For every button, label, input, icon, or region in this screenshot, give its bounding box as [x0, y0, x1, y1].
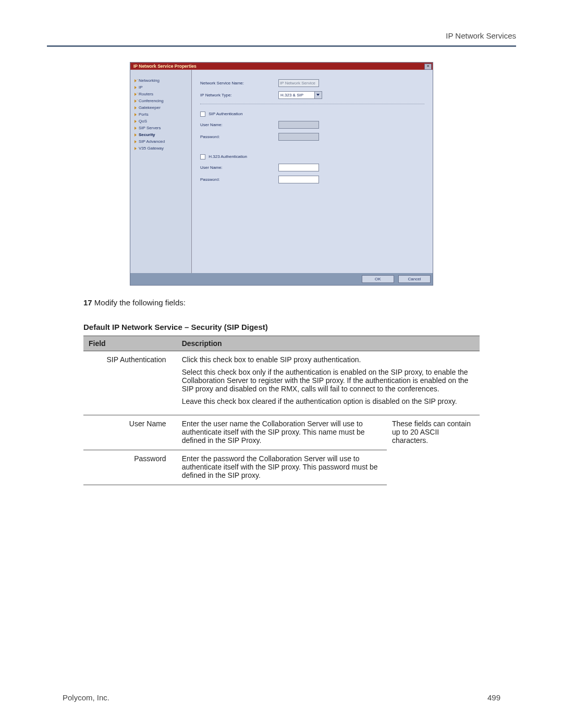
sidebar-item-qos[interactable]: QoS: [134, 118, 189, 125]
sidebar-item-conferencing[interactable]: Conferencing: [134, 97, 189, 104]
table-header-description: Description: [177, 336, 480, 351]
network-service-name-field: [278, 79, 319, 87]
sidebar-item-label: QoS: [139, 119, 147, 124]
footer-company: Polycom, Inc.: [63, 693, 109, 702]
dialog-titlebar: IP Network Service Properties ×: [130, 63, 433, 70]
network-service-name-label: Network Service Name:: [200, 81, 278, 85]
sidebar-item-security[interactable]: Security: [134, 131, 189, 138]
field-name: Password: [83, 450, 177, 485]
sip-authentication-label: SIP Authentication: [209, 112, 242, 116]
sidebar-item-ip[interactable]: IP: [134, 84, 189, 91]
sidebar-item-sip-advanced[interactable]: SIP Advanced: [134, 138, 189, 145]
dialog-button-bar: OK Cancel: [130, 273, 433, 285]
field-description: Enter the user name the Collaboration Se…: [177, 415, 387, 450]
sip-password-field: [278, 133, 319, 141]
dialog-sidebar: Networking IP Routers Conferencing Gatek…: [130, 70, 192, 273]
close-icon[interactable]: ×: [424, 64, 432, 70]
sidebar-item-routers[interactable]: Routers: [134, 91, 189, 97]
sidebar-item-ports[interactable]: Ports: [134, 111, 189, 118]
page-footer: Polycom, Inc. 499: [63, 693, 500, 702]
sip-authentication-checkbox[interactable]: [200, 112, 205, 117]
field-description-table: Field Description SIP Authentication Cli…: [83, 336, 480, 485]
h323-password-label: Password:: [200, 177, 278, 182]
dialog-title: IP Network Service Properties: [133, 64, 197, 69]
h323-username-label: User Name:: [200, 165, 278, 170]
field-description: Click this check box to enable SIP proxy…: [177, 351, 480, 415]
field-name: SIP Authentication: [83, 351, 177, 415]
sip-username-field: [278, 121, 319, 129]
cancel-button[interactable]: Cancel: [398, 275, 431, 283]
field-description: Enter the password the Collaboration Ser…: [177, 450, 387, 485]
h323-username-field[interactable]: [278, 164, 319, 171]
step-text: Modify the following fields:: [94, 298, 186, 307]
table-header-row: Field Description: [83, 336, 480, 351]
sidebar-item-label: Gatekeeper: [139, 105, 161, 110]
sidebar-item-networking[interactable]: Networking: [134, 77, 189, 84]
ip-network-type-label: IP Network Type:: [200, 93, 278, 97]
field-note: These fields can contain up to 20 ASCII …: [387, 415, 480, 485]
header-divider: [47, 45, 516, 47]
chevron-down-icon[interactable]: [314, 92, 322, 98]
table-row: User Name Enter the user name the Collab…: [83, 415, 480, 450]
section-divider: [200, 103, 424, 104]
sidebar-item-label: Routers: [139, 92, 153, 96]
sip-password-label: Password:: [200, 134, 278, 139]
sidebar-item-label: Ports: [139, 112, 149, 117]
sidebar-item-label: V35 Gateway: [139, 146, 164, 151]
h323-password-field[interactable]: [278, 176, 319, 183]
h323-authentication-checkbox[interactable]: [200, 154, 205, 159]
ip-network-type-value: H.323 & SIP: [279, 92, 314, 98]
description-paragraph: Click this check box to enable SIP proxy…: [182, 355, 474, 364]
ip-network-service-properties-dialog: IP Network Service Properties × Networki…: [130, 63, 433, 285]
dialog-form-area: Network Service Name: IP Network Type: H…: [192, 70, 433, 273]
sidebar-item-label: Security: [139, 132, 155, 137]
field-name: User Name: [83, 415, 177, 450]
sidebar-item-v35-gateway[interactable]: V35 Gateway: [134, 145, 189, 152]
sidebar-item-label: SIP Servers: [139, 126, 161, 130]
table-header-field: Field: [83, 336, 177, 351]
sidebar-item-label: SIP Advanced: [139, 139, 165, 144]
description-paragraph: Leave this check box cleared if the auth…: [182, 397, 474, 405]
sidebar-item-sip-servers[interactable]: SIP Servers: [134, 125, 189, 131]
sidebar-item-gatekeeper[interactable]: Gatekeeper: [134, 104, 189, 111]
header-section-title: IP Network Services: [47, 31, 516, 45]
table-caption: Default IP Network Service – Security (S…: [83, 323, 516, 331]
step-number: 17: [83, 298, 92, 307]
sidebar-item-label: IP: [139, 85, 143, 90]
ip-network-type-select[interactable]: H.323 & SIP: [278, 91, 322, 99]
footer-page-number: 499: [487, 693, 500, 702]
instruction-step: 17 Modify the following fields:: [83, 298, 516, 307]
description-paragraph: Select this check box only if the authen…: [182, 368, 474, 393]
sip-username-label: User Name:: [200, 122, 278, 127]
sidebar-item-label: Networking: [139, 78, 160, 83]
sidebar-item-label: Conferencing: [139, 98, 164, 103]
ok-button[interactable]: OK: [362, 275, 394, 283]
h323-authentication-label: H.323 Authentication: [209, 154, 247, 159]
table-row: SIP Authentication Click this check box …: [83, 351, 480, 415]
